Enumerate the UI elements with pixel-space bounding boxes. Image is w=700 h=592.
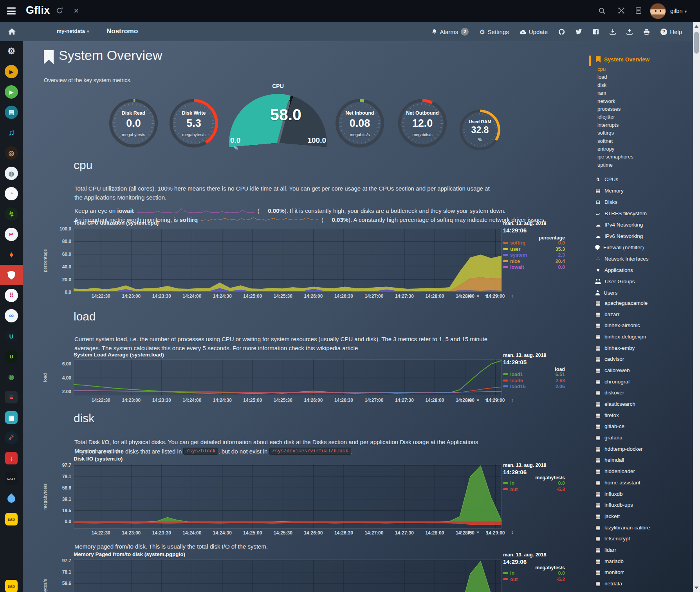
hostname[interactable]: Nostromo — [106, 27, 138, 35]
fullscreen-icon[interactable] — [618, 7, 626, 16]
legend-item-out[interactable]: out-5.3 — [503, 487, 565, 492]
alarms-button[interactable]: Alarms 2 — [431, 28, 469, 36]
sidebar-app-settings-gear[interactable]: ⚙ — [0, 41, 23, 61]
close-icon[interactable]: × — [72, 7, 81, 16]
settings-button[interactable]: ⚙ Settings — [479, 28, 509, 36]
legend-item-in[interactable]: in0.0 — [503, 570, 565, 576]
menu-app-lidarr[interactable]: ▦lidarr — [595, 544, 650, 556]
legend-item-out[interactable]: out-5.2 — [503, 577, 565, 582]
update-button[interactable]: Update — [520, 29, 548, 35]
legend-item-nice[interactable]: nice20.4 — [503, 259, 565, 264]
sidebar-app-shield-app[interactable] — [0, 265, 23, 285]
menu-section-User-Groups[interactable]: User Groups — [595, 276, 649, 287]
sidebar-app-airsonic[interactable]: ♫ — [0, 122, 23, 143]
sidebar-app-deluge[interactable] — [0, 489, 23, 509]
menu-section-Applications[interactable]: ♥Applications — [595, 265, 649, 276]
chart-toolbar-forward[interactable]: » — [476, 397, 479, 403]
menu-app-hiddenloader[interactable]: ▦hiddenloader — [595, 466, 650, 477]
sidebar-app-sabnzbd[interactable]: sab — [0, 509, 23, 529]
menu-section-BTRFS-filesystem[interactable]: ▱BTRFS filesystem — [595, 208, 649, 219]
chart-toolbar-zoom-out[interactable]: − — [494, 529, 497, 535]
chart-toolbar-backward[interactable]: « — [459, 397, 462, 403]
sidebar-app-flood-app[interactable]: ∞ — [0, 306, 23, 326]
menu-app-bazarr[interactable]: ▦bazarr — [595, 309, 650, 320]
chart-toolbar-zoom-in[interactable]: + — [485, 529, 488, 535]
menu-item-processes[interactable]: processes — [597, 106, 633, 114]
home-icon[interactable] — [8, 28, 16, 37]
menu-app-binhex-airsonic[interactable]: ▦binhex-airsonic — [595, 320, 650, 331]
menu-section-Firewall-netfilter-[interactable]: Firewall (netfilter) — [595, 242, 649, 253]
menu-app-letsencrypt[interactable]: ▦letsencrypt — [595, 533, 650, 544]
menu-section-Memory[interactable]: ▤Memory — [595, 185, 649, 196]
chart-toolbar-forward[interactable]: » — [476, 293, 479, 299]
menu-item-ipc-semaphores[interactable]: ipc semaphores — [597, 154, 633, 162]
menu-app-chronograf[interactable]: ▦chronograf — [595, 376, 650, 387]
menu-app-binhex-emby[interactable]: ▦binhex-emby — [595, 342, 650, 354]
softirq-sparkline[interactable] — [201, 217, 318, 222]
menu-app-elasticsearch[interactable]: ▦elasticsearch — [595, 398, 650, 410]
menu-app-hddtemp-docker[interactable]: ▦hddtemp-docker — [595, 443, 650, 455]
chart-toolbar-play[interactable]: ▶ — [468, 397, 472, 403]
legend-item-in[interactable]: in0.0 — [503, 480, 565, 486]
menu-app-influxdb[interactable]: ▦influxdb — [595, 488, 650, 500]
chart-toolbar-zoom-out[interactable]: − — [494, 397, 497, 403]
menu-section-IPv6-Networking[interactable]: ☁IPv6 Networking — [595, 230, 649, 242]
menu-app-binhex-delugevpn[interactable]: ▦binhex-delugevpn — [595, 331, 650, 342]
sidebar-app-firefox[interactable]: ☄ — [0, 428, 23, 448]
menu-item-idlejitter[interactable]: idlejitter — [597, 114, 633, 122]
legend-item-softirq[interactable]: softirq0.0 — [503, 240, 565, 246]
hamburger-menu-icon[interactable] — [7, 7, 16, 15]
chart-plot-disk[interactable] — [74, 464, 502, 529]
chart-toolbar-forward[interactable]: » — [476, 529, 479, 535]
wikipedia-link[interactable]: wikipedia article — [316, 345, 358, 351]
chart-toolbar-backward[interactable]: « — [459, 529, 462, 535]
user-menu[interactable]: gilbn — [670, 7, 687, 14]
print-button[interactable] — [643, 29, 650, 35]
scroll-up-arrow[interactable] — [695, 25, 698, 28]
menu-app-mariadb[interactable]: ▦mariadb — [595, 556, 650, 567]
host-dropdown[interactable]: my-netdata — [57, 28, 89, 34]
export-snapshot-button[interactable] — [626, 29, 633, 35]
sidebar-app-heimdall[interactable]: ▦ — [0, 407, 23, 428]
menu-item-cpu[interactable]: cpu — [597, 66, 633, 74]
help-button[interactable]: ? Help — [660, 29, 682, 35]
menu-item-disk[interactable]: disk — [597, 82, 633, 90]
gauge-net-outbound[interactable]: Net Outbound12.0megabits/s — [396, 97, 449, 149]
menu-item-softirqs[interactable]: softirqs — [597, 130, 633, 138]
github-link[interactable] — [558, 29, 565, 35]
sidebar-app-sickchill[interactable]: ◔ — [0, 184, 23, 204]
chart-toolbar-backward[interactable]: « — [459, 293, 462, 299]
menu-app-netdata[interactable]: ▦netdata — [595, 578, 650, 589]
user-avatar[interactable] — [650, 3, 666, 19]
changelog-icon[interactable] — [635, 7, 644, 16]
menu-app-jackett[interactable]: ▦jackett — [595, 511, 650, 522]
import-snapshot-button[interactable] — [610, 29, 616, 35]
sidebar-app-ubooquity[interactable]: ∪ — [0, 326, 23, 346]
menu-app-firefox[interactable]: ▦firefox — [595, 410, 650, 421]
sidebar-app-docker[interactable]: ▤ — [0, 102, 23, 122]
chart-plot-pgpgio[interactable] — [74, 560, 502, 592]
legend-item-user[interactable]: user35.3 — [503, 247, 565, 252]
iowait-sparkline[interactable] — [137, 208, 254, 213]
menu-app-cadvisor[interactable]: ▦cadvisor — [595, 353, 650, 365]
menu-section-Disks[interactable]: ⊟Disks — [595, 196, 649, 208]
gauge-disk-write[interactable]: Disk Write5.3megabytes/s — [168, 97, 220, 149]
menu-app-influxdb-ups[interactable]: ▦influxdb-ups — [595, 499, 650, 511]
menu-item-entropy[interactable]: entropy — [597, 146, 633, 154]
chart-toolbar-zoom-in[interactable]: + — [485, 293, 488, 299]
menu-app-calibreweb[interactable]: ▦calibreweb — [595, 365, 650, 376]
gauge-net-inbound[interactable]: Net Inbound0.08megabits/s — [334, 97, 386, 149]
chart-resize-handle[interactable]: ↕ — [511, 529, 514, 535]
chart-toolbar-zoom-out[interactable]: − — [494, 293, 497, 299]
chart-toolbar-play[interactable]: ▶ — [468, 293, 472, 299]
sidebar-app-bolt-app[interactable]: ↯ — [0, 204, 23, 224]
sidebar-app-raspberry-app[interactable]: ⠿ — [0, 285, 23, 306]
sidebar-app-webtools[interactable]: ◉ — [0, 367, 23, 387]
sidebar-app-hddtemp[interactable]: ≡ — [0, 387, 23, 407]
menu-system-overview[interactable]: System Overview — [596, 56, 649, 63]
legend-item-load1[interactable]: load16.51 — [503, 372, 565, 377]
chart-plot-cpu[interactable] — [74, 229, 502, 292]
menu-app-gitlab-ce[interactable]: ▦gitlab-ce — [595, 421, 650, 432]
page-scrollbar[interactable] — [693, 22, 700, 592]
menu-section-Users[interactable]: Users — [595, 287, 649, 299]
